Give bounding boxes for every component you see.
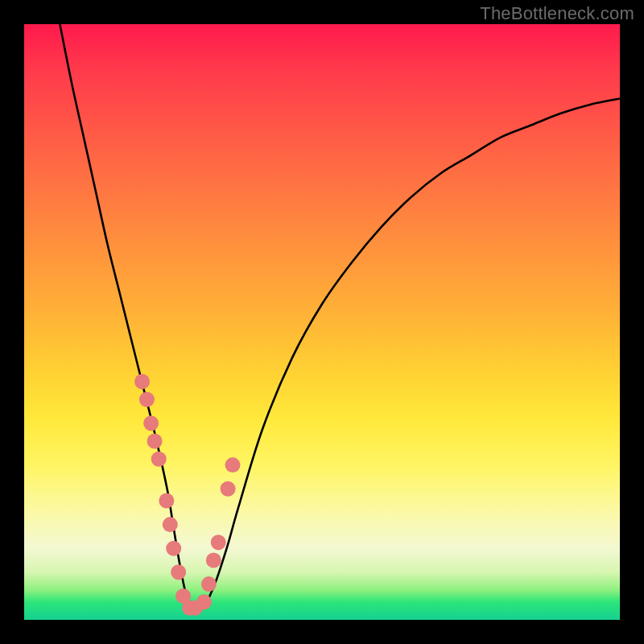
scatter-dot <box>211 535 226 550</box>
scatter-dot <box>134 374 150 390</box>
scatter-dots <box>134 374 240 616</box>
gradient-plot-area <box>24 24 620 620</box>
scatter-dot <box>163 517 178 532</box>
bottleneck-curve <box>60 24 620 610</box>
scatter-dot <box>143 415 159 431</box>
scatter-dot <box>196 594 212 609</box>
scatter-dot <box>201 576 217 592</box>
scatter-dot <box>147 434 163 449</box>
curve-layer <box>24 24 620 620</box>
scatter-dot <box>166 541 181 556</box>
chart-frame: TheBottleneck.com <box>0 0 644 644</box>
scatter-dot <box>171 564 186 580</box>
scatter-dot <box>225 457 241 473</box>
scatter-dot <box>151 452 167 467</box>
scatter-dot <box>206 553 221 568</box>
scatter-dot <box>159 493 174 509</box>
scatter-dot <box>221 481 236 497</box>
watermark-text: TheBottleneck.com <box>480 3 634 24</box>
scatter-dot <box>139 392 155 407</box>
